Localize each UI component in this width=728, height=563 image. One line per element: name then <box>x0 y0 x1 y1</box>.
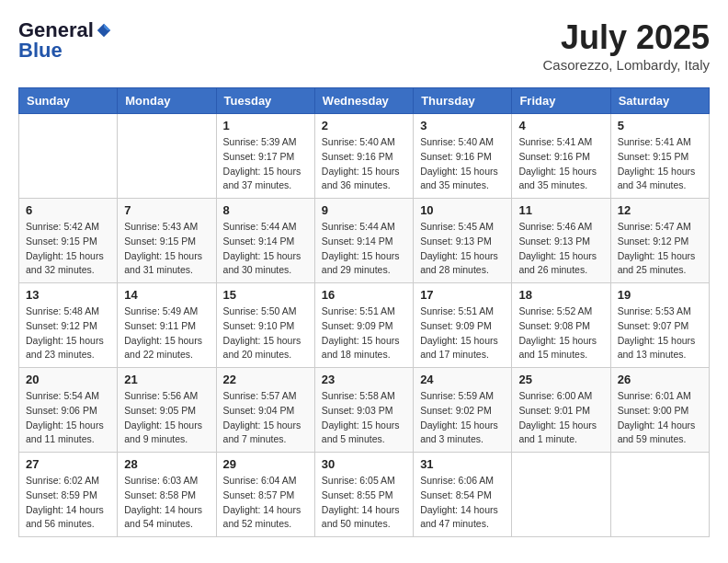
day-number: 4 <box>518 119 603 132</box>
location-label: Casorezzo, Lombardy, Italy <box>543 57 710 73</box>
calendar-cell: 26Sunrise: 6:01 AMSunset: 9:00 PMDayligh… <box>610 368 709 453</box>
calendar-cell: 30Sunrise: 6:05 AMSunset: 8:55 PMDayligh… <box>314 453 413 537</box>
day-number: 14 <box>124 288 209 302</box>
calendar-table: SundayMondayTuesdayWednesdayThursdayFrid… <box>18 87 710 537</box>
day-number: 25 <box>518 373 603 386</box>
day-info: Sunrise: 5:45 AMSunset: 9:13 PMDaylight:… <box>420 220 505 278</box>
calendar-cell: 11Sunrise: 5:46 AMSunset: 9:13 PMDayligh… <box>512 199 610 283</box>
calendar-cell: 16Sunrise: 5:51 AMSunset: 9:09 PMDayligh… <box>314 283 413 368</box>
day-number: 2 <box>322 119 406 132</box>
weekday-header-monday: Monday <box>118 88 216 114</box>
calendar-cell: 31Sunrise: 6:06 AMSunset: 8:54 PMDayligh… <box>414 453 512 537</box>
logo-blue-text: Blue <box>18 39 63 63</box>
day-info: Sunrise: 5:44 AMSunset: 9:14 PMDaylight:… <box>223 220 308 278</box>
calendar-cell: 21Sunrise: 5:56 AMSunset: 9:05 PMDayligh… <box>118 368 216 453</box>
calendar-week-row: 6Sunrise: 5:42 AMSunset: 9:15 PMDaylight… <box>19 199 710 283</box>
calendar-cell: 8Sunrise: 5:44 AMSunset: 9:14 PMDaylight… <box>216 199 314 283</box>
calendar-cell: 14Sunrise: 5:49 AMSunset: 9:11 PMDayligh… <box>118 283 216 368</box>
weekday-header-sunday: Sunday <box>19 88 118 114</box>
day-info: Sunrise: 5:40 AMSunset: 9:16 PMDaylight:… <box>420 135 505 193</box>
day-number: 21 <box>124 373 209 386</box>
day-number: 19 <box>618 288 702 302</box>
calendar-cell: 10Sunrise: 5:45 AMSunset: 9:13 PMDayligh… <box>414 199 512 283</box>
day-number: 12 <box>618 203 702 217</box>
day-number: 8 <box>223 203 308 217</box>
day-info: Sunrise: 5:53 AMSunset: 9:07 PMDaylight:… <box>618 304 702 362</box>
calendar-cell: 25Sunrise: 6:00 AMSunset: 9:01 PMDayligh… <box>512 368 610 453</box>
weekday-header-tuesday: Tuesday <box>216 88 314 114</box>
calendar-cell <box>19 114 118 199</box>
calendar-cell: 9Sunrise: 5:44 AMSunset: 9:14 PMDaylight… <box>314 199 413 283</box>
calendar-cell: 19Sunrise: 5:53 AMSunset: 9:07 PMDayligh… <box>610 283 709 368</box>
day-info: Sunrise: 5:49 AMSunset: 9:11 PMDaylight:… <box>124 304 209 362</box>
day-info: Sunrise: 5:50 AMSunset: 9:10 PMDaylight:… <box>223 304 308 362</box>
day-number: 6 <box>26 203 110 217</box>
day-number: 9 <box>322 203 406 217</box>
day-info: Sunrise: 5:48 AMSunset: 9:12 PMDaylight:… <box>26 304 110 362</box>
day-info: Sunrise: 5:56 AMSunset: 9:05 PMDaylight:… <box>124 389 209 447</box>
title-block: July 2025 Casorezzo, Lombardy, Italy <box>543 18 710 73</box>
calendar-cell: 23Sunrise: 5:58 AMSunset: 9:03 PMDayligh… <box>314 368 413 453</box>
calendar-cell: 15Sunrise: 5:50 AMSunset: 9:10 PMDayligh… <box>216 283 314 368</box>
day-number: 7 <box>124 203 209 217</box>
day-info: Sunrise: 5:44 AMSunset: 9:14 PMDaylight:… <box>322 220 406 278</box>
day-info: Sunrise: 6:06 AMSunset: 8:54 PMDaylight:… <box>420 474 505 532</box>
weekday-header-wednesday: Wednesday <box>314 88 413 114</box>
weekday-header-saturday: Saturday <box>610 88 709 114</box>
calendar-cell: 27Sunrise: 6:02 AMSunset: 8:59 PMDayligh… <box>19 453 118 537</box>
day-info: Sunrise: 5:43 AMSunset: 9:15 PMDaylight:… <box>124 220 209 278</box>
day-number: 28 <box>124 457 209 471</box>
calendar-cell: 28Sunrise: 6:03 AMSunset: 8:58 PMDayligh… <box>118 453 216 537</box>
day-info: Sunrise: 5:57 AMSunset: 9:04 PMDaylight:… <box>223 389 308 447</box>
day-info: Sunrise: 5:51 AMSunset: 9:09 PMDaylight:… <box>322 304 406 362</box>
calendar-cell: 2Sunrise: 5:40 AMSunset: 9:16 PMDaylight… <box>314 114 413 199</box>
calendar-cell <box>512 453 610 537</box>
calendar-header-row: SundayMondayTuesdayWednesdayThursdayFrid… <box>19 88 710 114</box>
calendar-cell: 17Sunrise: 5:51 AMSunset: 9:09 PMDayligh… <box>414 283 512 368</box>
calendar-cell: 5Sunrise: 5:41 AMSunset: 9:15 PMDaylight… <box>610 114 709 199</box>
calendar-cell: 7Sunrise: 5:43 AMSunset: 9:15 PMDaylight… <box>118 199 216 283</box>
day-number: 27 <box>26 457 110 471</box>
calendar-week-row: 1Sunrise: 5:39 AMSunset: 9:17 PMDaylight… <box>19 114 710 199</box>
day-number: 24 <box>420 373 505 386</box>
day-info: Sunrise: 5:42 AMSunset: 9:15 PMDaylight:… <box>26 220 110 278</box>
day-number: 31 <box>420 457 505 471</box>
day-number: 3 <box>420 119 505 132</box>
weekday-header-friday: Friday <box>512 88 610 114</box>
calendar-cell: 18Sunrise: 5:52 AMSunset: 9:08 PMDayligh… <box>512 283 610 368</box>
day-info: Sunrise: 6:00 AMSunset: 9:01 PMDaylight:… <box>518 389 603 447</box>
page-header: General Blue July 2025 Casorezzo, Lombar… <box>18 18 710 73</box>
month-title: July 2025 <box>543 18 710 57</box>
day-info: Sunrise: 5:59 AMSunset: 9:02 PMDaylight:… <box>420 389 505 447</box>
day-number: 10 <box>420 203 505 217</box>
weekday-header-thursday: Thursday <box>414 88 512 114</box>
logo: General Blue <box>18 18 112 63</box>
calendar-cell: 1Sunrise: 5:39 AMSunset: 9:17 PMDaylight… <box>216 114 314 199</box>
calendar-week-row: 27Sunrise: 6:02 AMSunset: 8:59 PMDayligh… <box>19 453 710 537</box>
day-number: 18 <box>518 288 603 302</box>
day-info: Sunrise: 5:41 AMSunset: 9:16 PMDaylight:… <box>518 135 603 193</box>
day-info: Sunrise: 5:46 AMSunset: 9:13 PMDaylight:… <box>518 220 603 278</box>
day-number: 16 <box>322 288 406 302</box>
day-number: 29 <box>223 457 308 471</box>
day-info: Sunrise: 5:58 AMSunset: 9:03 PMDaylight:… <box>322 389 406 447</box>
day-number: 17 <box>420 288 505 302</box>
calendar-cell: 22Sunrise: 5:57 AMSunset: 9:04 PMDayligh… <box>216 368 314 453</box>
calendar-cell: 3Sunrise: 5:40 AMSunset: 9:16 PMDaylight… <box>414 114 512 199</box>
day-number: 23 <box>322 373 406 386</box>
calendar-week-row: 20Sunrise: 5:54 AMSunset: 9:06 PMDayligh… <box>19 368 710 453</box>
day-info: Sunrise: 5:40 AMSunset: 9:16 PMDaylight:… <box>322 135 406 193</box>
day-info: Sunrise: 6:01 AMSunset: 9:00 PMDaylight:… <box>618 389 702 447</box>
day-number: 13 <box>26 288 110 302</box>
calendar-cell <box>610 453 709 537</box>
day-info: Sunrise: 5:47 AMSunset: 9:12 PMDaylight:… <box>618 220 702 278</box>
day-info: Sunrise: 5:39 AMSunset: 9:17 PMDaylight:… <box>223 135 308 193</box>
day-info: Sunrise: 6:04 AMSunset: 8:57 PMDaylight:… <box>223 474 308 532</box>
logo-icon <box>96 22 112 39</box>
day-number: 22 <box>223 373 308 386</box>
calendar-cell: 20Sunrise: 5:54 AMSunset: 9:06 PMDayligh… <box>19 368 118 453</box>
calendar-cell: 6Sunrise: 5:42 AMSunset: 9:15 PMDaylight… <box>19 199 118 283</box>
calendar-cell: 13Sunrise: 5:48 AMSunset: 9:12 PMDayligh… <box>19 283 118 368</box>
day-info: Sunrise: 6:05 AMSunset: 8:55 PMDaylight:… <box>322 474 406 532</box>
day-info: Sunrise: 5:52 AMSunset: 9:08 PMDaylight:… <box>518 304 603 362</box>
